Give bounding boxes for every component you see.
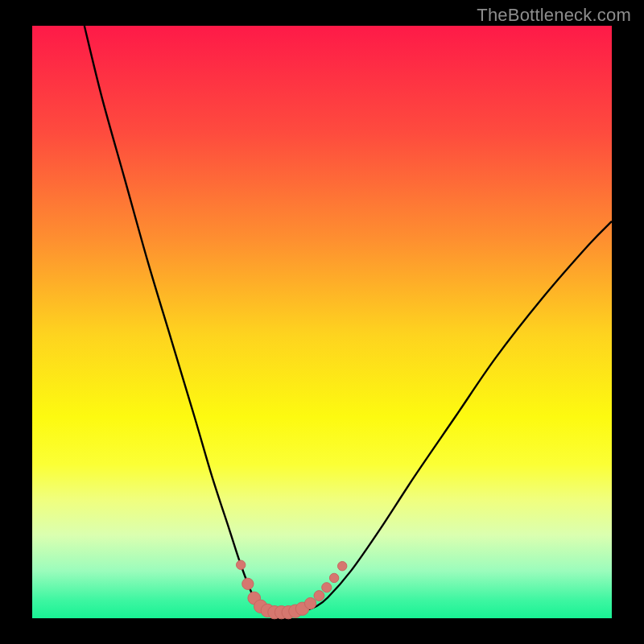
bottleneck-curve xyxy=(85,26,612,613)
chart-svg xyxy=(32,26,612,618)
plot-area xyxy=(32,26,612,618)
chart-frame: TheBottleneck.com xyxy=(0,0,644,644)
curve-marker xyxy=(314,591,324,601)
curve-marker xyxy=(236,560,245,569)
watermark-text: TheBottleneck.com xyxy=(477,5,631,26)
curve-marker xyxy=(242,578,254,589)
curve-marker xyxy=(329,573,338,582)
curve-markers xyxy=(236,560,346,619)
curve-marker xyxy=(322,583,332,592)
curve-marker xyxy=(304,597,316,609)
curve-marker xyxy=(337,562,346,571)
